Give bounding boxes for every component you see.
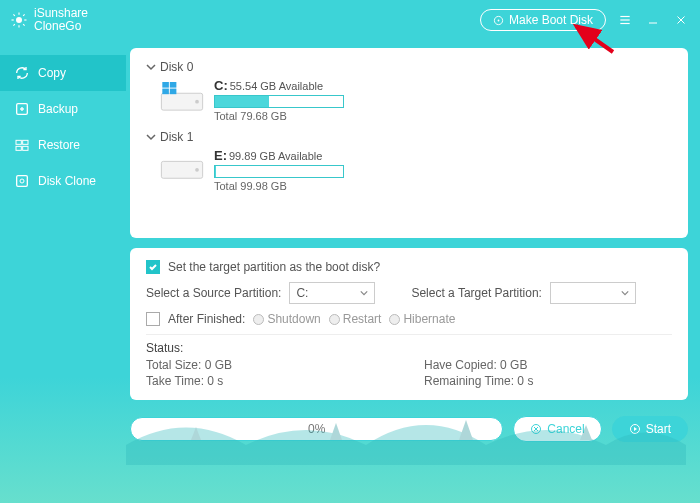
set-boot-checkbox[interactable] [146,260,160,274]
cancel-button[interactable]: Cancel [513,416,601,442]
usage-bar [214,165,344,178]
app-brand: iSunshareCloneGo [10,7,88,33]
target-label: Select a Target Partition: [411,286,542,300]
after-finished-label: After Finished: [168,312,245,326]
chevron-down-icon [360,289,368,297]
sidebar-item-label: Backup [38,102,78,116]
status-heading: Status: [146,341,672,355]
radio-hibernate[interactable]: Hibernate [389,312,455,326]
disk-header-0[interactable]: Disk 0 [146,60,672,74]
after-finished-checkbox[interactable] [146,312,160,326]
make-boot-disk-button[interactable]: Make Boot Disk [480,9,606,31]
svg-line-6 [23,24,25,26]
windows-drive-icon [160,82,204,112]
sidebar-item-backup[interactable]: Backup [0,91,126,127]
svg-point-37 [195,168,199,172]
restore-icon [14,137,30,153]
sidebar-item-label: Restore [38,138,80,152]
sun-icon [10,11,28,29]
svg-marker-42 [634,427,637,431]
chevron-down-icon [146,62,156,72]
make-boot-label: Make Boot Disk [509,13,593,27]
menu-button[interactable] [616,11,634,29]
status-remain: Remaining Time: 0 s [424,374,672,388]
source-partition-select[interactable]: C: [289,282,375,304]
source-label: Select a Source Partition: [146,286,281,300]
radio-shutdown[interactable]: Shutdown [253,312,320,326]
disc-icon [493,15,504,26]
svg-point-31 [195,100,199,104]
svg-line-5 [13,14,15,16]
radio-restart[interactable]: Restart [329,312,382,326]
svg-point-10 [498,19,500,21]
svg-point-0 [16,17,22,23]
copy-icon [14,65,30,81]
partition-row[interactable]: C:55.54 GB Available Total 79.68 GB [160,78,672,122]
svg-line-7 [13,24,15,26]
usage-bar [214,95,344,108]
svg-rect-32 [162,82,169,88]
sidebar-item-copy[interactable]: Copy [0,55,126,91]
sidebar-item-diskclone[interactable]: Disk Clone [0,163,126,199]
chevron-down-icon [621,289,629,297]
sidebar-item-label: Disk Clone [38,174,96,188]
svg-rect-35 [170,89,177,95]
close-button[interactable] [672,11,690,29]
status-total: Total Size: 0 GB [146,358,394,372]
target-partition-select[interactable] [550,282,636,304]
svg-rect-24 [17,176,28,187]
svg-rect-21 [23,140,28,144]
set-boot-label: Set the target partition as the boot dis… [168,260,380,274]
svg-rect-33 [170,82,177,88]
minimize-button[interactable] [644,11,662,29]
backup-icon [14,101,30,117]
status-take: Take Time: 0 s [146,374,394,388]
svg-point-25 [20,179,24,183]
start-button[interactable]: Start [612,416,688,442]
svg-rect-34 [162,89,169,95]
sidebar-item-label: Copy [38,66,66,80]
status-copied: Have Copied: 0 GB [424,358,672,372]
svg-rect-20 [16,140,21,144]
disk-list-panel: Disk 0 C:55.54 GB Available Total 79.68 … [130,48,688,238]
svg-rect-22 [16,146,21,150]
cancel-icon [530,423,542,435]
partition-row[interactable]: E:99.89 GB Available Total 99.98 GB [160,148,672,192]
svg-line-8 [23,14,25,16]
sidebar-item-restore[interactable]: Restore [0,127,126,163]
drive-icon [160,152,204,182]
options-panel: Set the target partition as the boot dis… [130,248,688,400]
diskclone-icon [14,173,30,189]
svg-rect-23 [23,146,28,150]
play-icon [629,423,641,435]
disk-header-1[interactable]: Disk 1 [146,130,672,144]
progress-bar: 0% [130,417,503,441]
brand-line2: CloneGo [34,20,88,33]
chevron-down-icon [146,132,156,142]
sidebar: Copy Backup Restore Disk Clone [0,40,126,503]
